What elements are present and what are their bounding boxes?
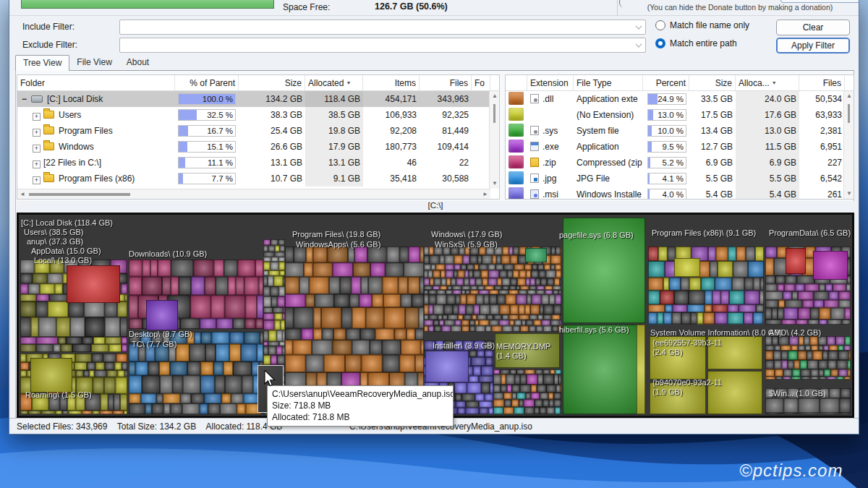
folder-row[interactable]: +Windows15.1 %26.6 GB17.9 GB180,773109,4… [17,139,499,155]
allocated-cell: 9.1 GB [305,171,363,187]
items-cell: 454,171 [363,91,420,107]
col-percent[interactable]: Percent [643,75,689,90]
scroll-up-icon[interactable]: ▲ [490,91,500,101]
folder-row[interactable]: +Program Files16.7 %25.4 GB19.8 GB92,208… [17,123,499,139]
extension-row[interactable]: .dllApplication exte24.9 %33.5 GB24.0 GB… [506,91,854,107]
extension-cell: .zip [527,155,574,171]
col-files[interactable]: Files [420,75,472,90]
extension-color-swatch [509,187,524,200]
files-cell: 50,534 [799,91,845,107]
percent-of-parent-bar: 7.7 % [178,173,236,184]
watermark: ©pctips.com [739,461,843,481]
space-free-label: Space Free: [283,2,330,12]
allocated-cell: 13.0 GB [736,123,799,139]
expand-icon[interactable]: + [33,160,41,168]
folder-row[interactable]: +Users32.5 %38.3 GB38.5 GB106,93392,325 [17,107,499,123]
percent-of-parent-bar: 11.1 % [178,157,236,168]
treemap-title: [C:\] [17,201,854,213]
topbar: Space Free: 126.7 GB (50.6%) (You can hi… [9,0,859,16]
expand-icon[interactable]: + [33,113,41,121]
folder-icon [43,142,54,150]
treemap-label: Windows\ (17.9 GB) [431,230,502,239]
match-file-name-label: Match file name only [670,20,749,30]
allocated-cell: 11.5 GB [736,139,799,155]
items-cell: 35,418 [363,171,420,187]
scroll-up-icon[interactable]: ▲ [844,91,854,101]
treemap-label: TC\ (7.7 GB) [132,340,176,348]
scroll-down-icon[interactable]: ▼ [844,189,854,199]
chevron-down-icon[interactable] [635,40,642,47]
col-size[interactable]: Size [239,75,305,90]
radio-unselected-icon[interactable] [655,20,665,30]
tab-tree-view[interactable]: Tree View [15,55,69,71]
exclude-filter-input[interactable] [119,38,646,53]
msi-file-icon [530,189,539,199]
extension-row[interactable]: .msiWindows Installe4.0 %5.4 GB5.4 GB261 [506,187,854,200]
allocated-cell: 24.0 GB [736,91,799,107]
col-folder[interactable]: Folder [17,75,175,90]
folder-table-body: −[C:] Local Disk100.0 %134.2 GB118.4 GB4… [17,91,499,187]
extension-cell: .jpg [527,171,574,187]
expand-icon[interactable]: + [33,129,41,137]
expand-icon[interactable]: + [33,145,41,153]
extension-row[interactable]: .sysSystem file10.0 %13.4 GB13.0 GB2,381 [506,123,854,139]
match-entire-path-option[interactable]: Match entire path [655,38,737,48]
files-cell: 63,933 [799,107,845,123]
include-filter-input[interactable] [119,20,646,35]
treemap-label: AppData\ (15.0 GB) [31,247,101,255]
extension-row[interactable]: (No Extension)13.0 %17.5 GB17.6 GB63,933 [506,107,854,123]
clear-button[interactable]: Clear [776,20,850,35]
scroll-right-icon[interactable]: ► [480,189,490,200]
col-extension[interactable]: Extension [527,75,574,90]
collapse-icon[interactable]: − [20,94,28,104]
col-file-type[interactable]: File Type [574,75,643,90]
radio-selected-icon[interactable] [655,38,665,48]
folder-table-hscrollbar[interactable]: ◄ ► [17,189,490,199]
folder-row[interactable]: −[C:] Local Disk100.0 %134.2 GB118.4 GB4… [17,91,499,107]
folder-name: +Program Files (x86) [17,171,175,187]
files-cell: 81,449 [420,123,472,139]
size-cell: 12.7 GB [689,139,736,155]
col-allocated[interactable]: Alloca...▼ [736,75,799,90]
col-percent-of-parent[interactable]: % of Parent [175,75,239,90]
folder-row[interactable]: +[22 Files in C:\]11.1 %13.1 GB13.1 GB46… [17,155,499,171]
allocated-cell: 17.6 GB [736,107,799,123]
apply-filter-button[interactable]: Apply Filter [776,38,850,53]
file-type-cell: Application [574,139,643,155]
treemap-label: hiberfil.sys (5.6 GB) [559,325,629,334]
tab-about[interactable]: About [119,55,156,71]
files-cell: 6,951 [799,139,845,155]
extension-color-swatch [509,155,524,168]
tab-bar: Tree View File View About [15,55,156,71]
scroll-left-icon[interactable]: ◄ [17,189,27,200]
extension-color-swatch [509,140,524,153]
folder-table-vscrollbar[interactable]: ▲ ▼ [489,91,499,189]
folder-table-header: Folder % of Parent Size Allocated▼ Items… [17,75,499,91]
match-file-name-option[interactable]: Match file name only [655,20,749,30]
col-allocated[interactable]: Allocated▼ [305,75,363,90]
col-items[interactable]: Items [363,75,420,90]
files-cell: 343,963 [420,91,472,107]
col-files[interactable]: Files [799,75,845,90]
extension-row[interactable]: .exeApplication9.5 %12.7 GB11.5 GB6,951 [506,139,854,155]
folder-name: +Windows [17,139,175,155]
files-cell: 6,542 [799,171,845,187]
space-free-value: 126.7 GB (50.6%) [375,1,448,12]
extension-cell [527,107,574,123]
files-cell: 261 [799,187,845,200]
treemap-label: Desktop\ (9.7 GB) [129,330,192,338]
col-size[interactable]: Size [689,75,736,90]
folder-row[interactable]: +Program Files (x86)7.7 %10.7 GB9.1 GB35… [17,171,499,187]
col-folders-partial[interactable]: Fo [472,75,490,90]
percent-bar: 9.5 % [647,141,686,153]
extension-row[interactable]: .jpgJPG File4.1 %5.5 GB5.5 GB6,542 [506,171,854,187]
extension-row[interactable]: .zipCompressed (zip5.2 %6.9 GB6.9 GB227 [506,155,854,171]
file-type-cell: (No Extension) [574,107,643,123]
extension-table: Extension File Type Percent Size Alloca.… [505,74,854,200]
scroll-down-icon[interactable]: ▼ [490,179,500,189]
extension-table-vscrollbar[interactable]: ▲ ▼ [843,91,854,199]
treemap-label: Program Files (x86)\ (9.1 GB) [652,228,756,237]
chevron-down-icon[interactable] [635,22,642,29]
expand-icon[interactable]: + [33,176,41,184]
tab-file-view[interactable]: File View [69,55,119,71]
